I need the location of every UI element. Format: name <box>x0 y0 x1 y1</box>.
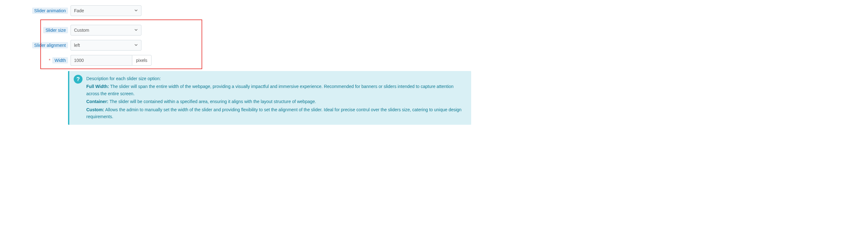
info-custom-body: Allows the admin to manually set the wid… <box>86 107 461 119</box>
info-container-title: Container: <box>86 99 108 104</box>
label-slider-alignment: Slider alignment <box>32 42 68 48</box>
row-width: * Width pixels <box>0 54 482 67</box>
row-slider-size: Slider size Custom <box>0 24 482 36</box>
label-width: Width <box>52 57 68 64</box>
select-slider-animation-value: Fade <box>74 8 84 13</box>
input-width[interactable] <box>70 55 132 66</box>
chevron-down-icon <box>134 43 138 48</box>
input-width-unit: pixels <box>132 55 152 66</box>
select-slider-size-value: Custom <box>74 28 89 33</box>
info-slider-size-description: ? Description for each slider size optio… <box>68 71 471 125</box>
info-full-width-body: The slider will span the entire width of… <box>86 84 454 96</box>
select-slider-animation[interactable]: Fade <box>70 5 142 16</box>
label-slider-size: Slider size <box>43 27 68 33</box>
select-slider-alignment-value: left <box>74 43 80 48</box>
chevron-down-icon <box>134 28 138 33</box>
info-container-body: The slider will be contained within a sp… <box>108 99 316 104</box>
info-container: Container: The slider will be contained … <box>86 98 466 105</box>
info-full-width: Full Width: The slider will span the ent… <box>86 83 466 97</box>
info-custom: Custom: Allows the admin to manually set… <box>86 106 466 120</box>
help-icon: ? <box>74 75 83 84</box>
select-slider-alignment[interactable]: left <box>70 40 142 50</box>
info-custom-title: Custom: <box>86 107 104 112</box>
row-slider-animation: Slider animation Fade <box>0 4 482 17</box>
row-slider-alignment: Slider alignment left <box>0 39 482 51</box>
label-slider-animation: Slider animation <box>32 7 68 14</box>
info-body: Description for each slider size option:… <box>86 74 466 121</box>
chevron-down-icon <box>134 8 138 13</box>
select-slider-size[interactable]: Custom <box>70 25 142 36</box>
info-intro: Description for each slider size option: <box>86 75 466 82</box>
required-asterisk: * <box>49 58 51 63</box>
info-full-width-title: Full Width: <box>86 84 109 89</box>
